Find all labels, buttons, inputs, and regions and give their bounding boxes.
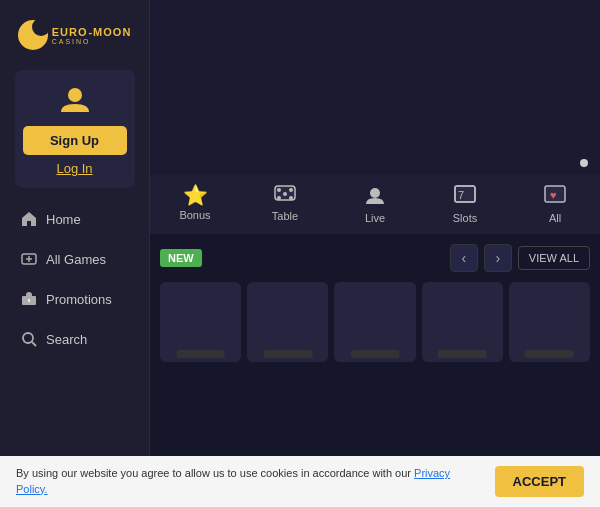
tab-table[interactable]: Table xyxy=(240,175,330,234)
game-card-1[interactable] xyxy=(160,282,241,362)
prev-arrow-icon: ‹ xyxy=(462,250,467,266)
user-avatar-icon xyxy=(57,82,93,118)
slots-icon: 7 xyxy=(454,185,476,208)
logo-bottom-text: MOON xyxy=(93,26,131,38)
sidebar-item-home-label: Home xyxy=(46,212,81,227)
home-icon xyxy=(20,210,38,228)
svg-point-10 xyxy=(289,188,293,192)
cookie-text: By using our website you agree to allow … xyxy=(16,466,485,497)
nav-menu: Home All Games Promotions xyxy=(0,200,149,360)
tab-all[interactable]: ♥ All xyxy=(510,175,600,234)
game-card-5-label xyxy=(525,350,574,358)
logo-hyphen: - xyxy=(88,26,92,38)
live-icon xyxy=(364,185,386,208)
tab-bonus[interactable]: ⭐ Bonus xyxy=(150,175,240,234)
game-card-4[interactable] xyxy=(422,282,503,362)
main-content: ⭐ Bonus Table xyxy=(150,0,600,507)
cookie-bar: By using our website you agree to allow … xyxy=(0,456,600,507)
tab-table-label: Table xyxy=(272,210,298,222)
banner xyxy=(150,0,600,175)
svg-point-14 xyxy=(370,188,380,198)
prev-arrow-button[interactable]: ‹ xyxy=(450,244,478,272)
logo-top-text: EURO xyxy=(52,26,88,38)
sidebar-item-promotions-label: Promotions xyxy=(46,292,112,307)
sidebar-item-all-games-label: All Games xyxy=(46,252,106,267)
game-card-2-label xyxy=(263,350,312,358)
cookie-message: By using our website you agree to allow … xyxy=(16,467,414,479)
signup-button[interactable]: Sign Up xyxy=(23,126,127,155)
sidebar-item-search-label: Search xyxy=(46,332,87,347)
svg-line-7 xyxy=(32,342,36,346)
category-tabs: ⭐ Bonus Table xyxy=(150,175,600,234)
svg-point-0 xyxy=(68,88,82,102)
game-card-5[interactable] xyxy=(509,282,590,362)
tab-live-label: Live xyxy=(365,212,385,224)
svg-rect-17 xyxy=(455,186,475,202)
game-card-3-label xyxy=(351,350,400,358)
view-all-button[interactable]: VIEW ALL xyxy=(518,246,590,270)
svg-point-9 xyxy=(277,188,281,192)
game-card-3[interactable] xyxy=(334,282,415,362)
tab-all-label: All xyxy=(549,212,561,224)
all-games-icon xyxy=(20,250,38,268)
games-header: NEW ‹ › VIEW ALL xyxy=(160,244,590,272)
new-badge: NEW xyxy=(160,249,202,267)
sidebar-item-promotions[interactable]: Promotions xyxy=(8,280,141,318)
logo-moon-icon xyxy=(18,20,48,50)
sidebar-item-home[interactable]: Home xyxy=(8,200,141,238)
user-panel: Sign Up Log In xyxy=(15,70,135,188)
logo-sub-text: CASINO xyxy=(52,38,132,45)
tab-slots-label: Slots xyxy=(453,212,477,224)
svg-point-13 xyxy=(283,192,287,196)
game-card-2[interactable] xyxy=(247,282,328,362)
bonus-icon: ⭐ xyxy=(183,185,208,205)
next-arrow-icon: › xyxy=(496,250,501,266)
tab-live[interactable]: Live xyxy=(330,175,420,234)
games-navigation: ‹ › VIEW ALL xyxy=(450,244,590,272)
banner-dot xyxy=(580,159,588,167)
sidebar: EURO - MOON CASINO Sign Up Log In xyxy=(0,0,150,507)
svg-text:♥: ♥ xyxy=(550,189,557,201)
games-grid xyxy=(160,282,590,362)
svg-point-6 xyxy=(23,333,33,343)
all-icon: ♥ xyxy=(544,185,566,208)
login-button[interactable]: Log In xyxy=(56,161,92,176)
game-card-1-label xyxy=(176,350,225,358)
tab-slots[interactable]: 7 Slots xyxy=(420,175,510,234)
sidebar-item-all-games[interactable]: All Games xyxy=(8,240,141,278)
svg-point-11 xyxy=(277,196,281,200)
tab-bonus-label: Bonus xyxy=(179,209,210,221)
promotions-icon xyxy=(20,290,38,308)
table-icon xyxy=(274,185,296,206)
search-icon xyxy=(20,330,38,348)
accept-button[interactable]: ACCEPT xyxy=(495,466,584,497)
game-card-4-label xyxy=(438,350,487,358)
next-arrow-button[interactable]: › xyxy=(484,244,512,272)
sidebar-item-search[interactable]: Search xyxy=(8,320,141,358)
logo: EURO - MOON CASINO xyxy=(15,10,135,60)
svg-point-12 xyxy=(289,196,293,200)
